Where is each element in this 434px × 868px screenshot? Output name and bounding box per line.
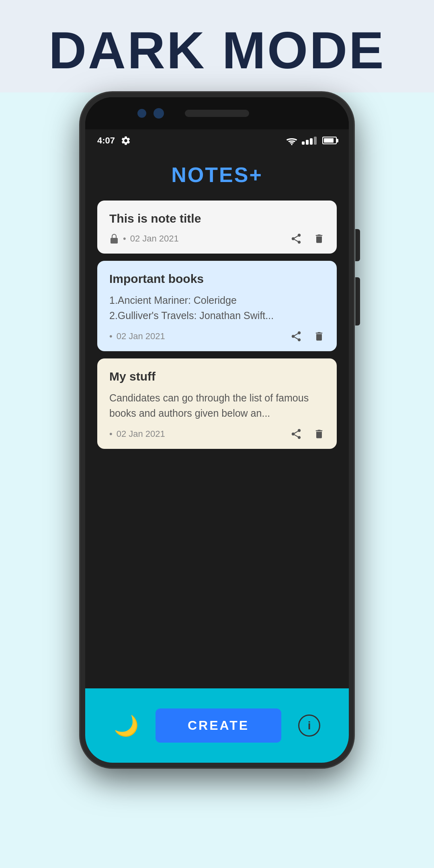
delete-icon-2[interactable]	[313, 330, 325, 342]
note-title-3: My stuff	[109, 370, 325, 383]
note-actions-3	[290, 428, 325, 440]
power-button	[355, 277, 360, 326]
status-time: 4:07	[97, 135, 115, 146]
phone-notch	[85, 97, 349, 129]
dark-mode-title: DARK MODE	[49, 24, 385, 76]
camera-right	[154, 108, 164, 119]
note-actions-2	[290, 330, 325, 342]
note-date-row-2: • 02 Jan 2021	[109, 331, 165, 342]
signal-icon	[302, 137, 317, 145]
note-date-2: 02 Jan 2021	[117, 331, 165, 342]
camera-left	[137, 109, 146, 118]
phone-frame: 4:07	[80, 92, 354, 768]
share-icon-2[interactable]	[290, 330, 302, 342]
settings-icon	[121, 135, 131, 146]
share-icon-1[interactable]	[290, 233, 302, 245]
status-left: 4:07	[97, 135, 131, 146]
top-banner: DARK MODE	[0, 0, 434, 92]
note-footer-1: • 02 Jan 2021	[109, 233, 325, 245]
battery-icon	[322, 137, 337, 144]
note-title-2: Important books	[109, 272, 325, 286]
volume-button	[355, 229, 360, 261]
note-body-line2: 2.Gulliver's Travels: Jonathan Swift...	[109, 308, 325, 323]
notes-list: This is note title • 02 Jan 2021	[85, 197, 349, 688]
note-date-1: 02 Jan 2021	[130, 233, 179, 244]
bottom-bar: 🌙 CREATE i	[85, 688, 349, 763]
info-button[interactable]: i	[298, 714, 320, 737]
status-bar: 4:07	[85, 129, 349, 151]
phone-speaker	[185, 110, 249, 117]
app-screen: NOTES+ This is note title	[85, 151, 349, 688]
delete-icon-1[interactable]	[313, 233, 325, 245]
note-date-row-1: • 02 Jan 2021	[109, 233, 179, 245]
info-icon-label: i	[308, 719, 311, 732]
note-body-2: 1.Ancient Mariner: Coleridge 2.Gulliver'…	[109, 293, 325, 323]
note-body-line1: 1.Ancient Mariner: Coleridge	[109, 293, 325, 308]
note-card-3[interactable]: My stuff Candidates can go through the l…	[97, 358, 337, 449]
share-icon-3[interactable]	[290, 428, 302, 440]
note-dot-1: •	[123, 233, 126, 244]
create-button[interactable]: CREATE	[156, 708, 281, 743]
note-footer-3: • 02 Jan 2021	[109, 428, 325, 440]
note-card-2[interactable]: Important books 1.Ancient Mariner: Coler…	[97, 261, 337, 351]
svg-point-0	[291, 143, 293, 145]
note-date-row-3: • 02 Jan 2021	[109, 429, 165, 439]
note-dot-2: •	[109, 331, 113, 342]
note-date-3: 02 Jan 2021	[117, 429, 165, 439]
note-footer-2: • 02 Jan 2021	[109, 330, 325, 342]
note-title-1: This is note title	[109, 212, 325, 225]
note-body-3: Candidates can go through the list of fa…	[109, 391, 325, 421]
phone-container: 4:07	[80, 92, 354, 768]
delete-icon-3[interactable]	[313, 428, 325, 440]
wifi-icon	[286, 136, 298, 145]
phone-screen: 4:07	[85, 129, 349, 763]
dark-mode-toggle[interactable]: 🌙	[114, 714, 139, 737]
app-title: NOTES+	[171, 163, 263, 187]
status-right	[286, 136, 337, 145]
svg-rect-1	[111, 238, 118, 244]
note-card-1[interactable]: This is note title • 02 Jan 2021	[97, 201, 337, 254]
app-header: NOTES+	[85, 151, 349, 197]
lock-icon	[109, 233, 119, 245]
note-actions-1	[290, 233, 325, 245]
note-dot-3: •	[109, 429, 113, 439]
